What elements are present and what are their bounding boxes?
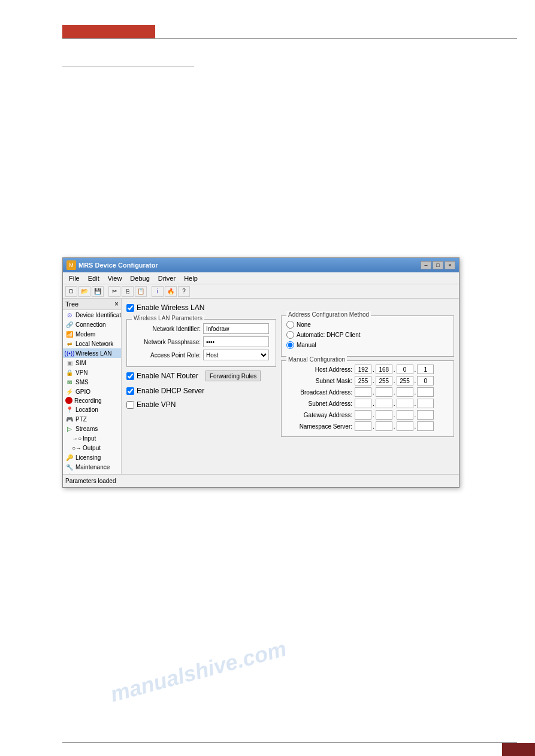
tree-item-gpio[interactable]: ⚡ GPIO bbox=[63, 387, 121, 396]
manual-config-title: Manual Configuration bbox=[286, 356, 347, 363]
watermark: manualshive.com bbox=[108, 636, 289, 708]
tree-item-device-id[interactable]: ⊙ Device Identification bbox=[63, 310, 121, 320]
title-bar-left: M MRS Device Configurator bbox=[67, 260, 158, 270]
toolbar-copy[interactable]: ⎘ bbox=[122, 286, 134, 297]
host-address-seg3[interactable] bbox=[397, 365, 413, 374]
tree-item-output[interactable]: ○→ Output bbox=[63, 443, 121, 453]
enable-vpn-checkbox[interactable] bbox=[126, 401, 134, 409]
subnet-mask-seg1[interactable] bbox=[355, 376, 371, 385]
menu-view[interactable]: View bbox=[104, 274, 126, 283]
tree-item-licensing[interactable]: 🔑 Licensing bbox=[63, 453, 121, 462]
namespace-server-label: Namespace Server: bbox=[286, 423, 352, 430]
bottom-checkboxes: Enable NAT Router Forwarding Rules Enabl… bbox=[126, 371, 276, 412]
radio-none-row: None bbox=[286, 321, 449, 329]
gateway-address-seg4[interactable] bbox=[417, 410, 434, 420]
network-identifier-input[interactable] bbox=[203, 323, 269, 334]
host-address-seg1[interactable] bbox=[355, 365, 371, 374]
tree-item-connection[interactable]: 🔗 Connection bbox=[63, 320, 121, 329]
radio-none[interactable] bbox=[286, 321, 294, 329]
menu-edit[interactable]: Edit bbox=[84, 274, 103, 283]
tree-item-log[interactable]: 📋 Log bbox=[63, 472, 121, 474]
tree-item-wireless-lan[interactable]: ((•)) Wireless LAN bbox=[63, 348, 121, 358]
toolbar-help[interactable]: ? bbox=[178, 286, 190, 297]
menu-file[interactable]: File bbox=[65, 274, 83, 283]
host-address-seg4[interactable] bbox=[417, 365, 434, 374]
sms-icon: ✉ bbox=[65, 378, 74, 386]
namespace-server-row: Namespace Server: . . . bbox=[286, 421, 449, 431]
gateway-address-seg2[interactable] bbox=[376, 410, 392, 420]
subnet-mask-input-group: . . . bbox=[355, 376, 434, 385]
tree-item-label: PTZ bbox=[75, 416, 87, 423]
subnet-mask-seg2[interactable] bbox=[376, 376, 392, 385]
location-icon: 📍 bbox=[65, 405, 74, 414]
toolbar-fire[interactable]: 🔥 bbox=[165, 286, 177, 297]
tree-item-maintenance[interactable]: 🔧 Maintenance bbox=[63, 462, 121, 472]
toolbar-open[interactable]: 📂 bbox=[78, 286, 90, 297]
radio-manual[interactable] bbox=[286, 341, 294, 349]
gateway-address-seg3[interactable] bbox=[397, 410, 413, 420]
toolbar-paste[interactable]: 📋 bbox=[135, 286, 147, 297]
subnet-address-seg3[interactable] bbox=[397, 399, 413, 408]
radio-auto-row: Automatic: DHCP Client bbox=[286, 331, 449, 339]
minimize-button[interactable]: – bbox=[421, 261, 431, 269]
host-address-seg2[interactable] bbox=[376, 365, 392, 374]
right-panel: Enable Wireless LAN Wireless LAN Paramet… bbox=[122, 299, 459, 474]
enable-wireless-lan-checkbox[interactable] bbox=[126, 304, 134, 312]
tree-item-recording[interactable]: Recording bbox=[63, 396, 121, 405]
toolbar-cut[interactable]: ✂ bbox=[108, 286, 120, 297]
namespace-server-seg4[interactable] bbox=[417, 421, 434, 431]
restore-button[interactable]: □ bbox=[433, 261, 443, 269]
broadcast-address-seg2[interactable] bbox=[376, 387, 392, 397]
subnet-address-seg2[interactable] bbox=[376, 399, 392, 408]
subnet-address-seg1[interactable] bbox=[355, 399, 371, 408]
tree-close-button[interactable]: × bbox=[114, 300, 119, 308]
nat-router-checkbox[interactable] bbox=[126, 372, 134, 380]
tree-item-location[interactable]: 📍 Location bbox=[63, 405, 121, 414]
tree-item-modem[interactable]: 📶 Modem bbox=[63, 329, 121, 339]
tree-item-streams[interactable]: ▷ Streams bbox=[63, 424, 121, 433]
gateway-address-row: Gateway Address: . . . bbox=[286, 410, 449, 420]
tree-item-local-network[interactable]: ⇄ Local Network bbox=[63, 339, 121, 348]
subnet-address-input-group: . . . bbox=[355, 399, 434, 408]
manual-config-group: Manual Configuration Host Address: . . . bbox=[281, 360, 454, 437]
subnet-mask-seg4[interactable] bbox=[417, 376, 434, 385]
subnet-mask-seg3[interactable] bbox=[397, 376, 413, 385]
toolbar-new[interactable]: 🗋 bbox=[65, 286, 77, 297]
menu-debug[interactable]: Debug bbox=[126, 274, 153, 283]
toolbar-save[interactable]: 💾 bbox=[92, 286, 104, 297]
access-point-role-select[interactable]: Host Client Access Point bbox=[203, 350, 269, 360]
radio-auto[interactable] bbox=[286, 331, 294, 339]
broadcast-address-seg4[interactable] bbox=[417, 387, 434, 397]
tree-item-label: Location bbox=[75, 406, 98, 413]
tree-item-sms[interactable]: ✉ SMS bbox=[63, 377, 121, 387]
close-button[interactable]: × bbox=[445, 261, 455, 269]
wireless-params-title: Wireless LAN Parameters bbox=[132, 315, 204, 321]
tree-item-input[interactable]: →○ Input bbox=[63, 433, 121, 443]
broadcast-address-seg1[interactable] bbox=[355, 387, 371, 397]
network-passphrase-label: Network Passphrase: bbox=[132, 339, 201, 345]
forwarding-rules-button[interactable]: Forwarding Rules bbox=[205, 371, 261, 381]
broadcast-address-seg3[interactable] bbox=[397, 387, 413, 397]
enable-vpn-row: Enable VPN bbox=[126, 400, 276, 409]
namespace-server-seg3[interactable] bbox=[397, 421, 413, 431]
menu-bar: File Edit View Debug Driver Help bbox=[63, 272, 459, 284]
menu-driver[interactable]: Driver bbox=[155, 274, 179, 283]
menu-help[interactable]: Help bbox=[180, 274, 201, 283]
tree-item-label: Maintenance bbox=[75, 464, 110, 470]
subnet-mask-label: Subnet Mask: bbox=[286, 378, 352, 384]
subnet-address-seg4[interactable] bbox=[417, 399, 434, 408]
broadcast-address-row: Broadcast Address: . . . bbox=[286, 387, 449, 397]
network-passphrase-input[interactable] bbox=[203, 336, 269, 347]
namespace-server-seg2[interactable] bbox=[376, 421, 392, 431]
dhcp-server-row: Enable DHCP Server bbox=[126, 387, 276, 395]
tree-item-label: GPIO bbox=[75, 388, 90, 395]
namespace-server-seg1[interactable] bbox=[355, 421, 371, 431]
namespace-server-input-group: . . . bbox=[355, 421, 434, 431]
gateway-address-seg1[interactable] bbox=[355, 410, 371, 420]
tree-item-ptz[interactable]: 🎮 PTZ bbox=[63, 414, 121, 424]
enable-wireless-lan-label: Enable Wireless LAN bbox=[137, 303, 204, 312]
toolbar-info[interactable]: i bbox=[152, 286, 164, 297]
tree-item-sim[interactable]: ▣ SIM bbox=[63, 358, 121, 368]
dhcp-server-checkbox[interactable] bbox=[126, 387, 134, 395]
tree-item-vpn[interactable]: 🔒 VPN bbox=[63, 368, 121, 377]
